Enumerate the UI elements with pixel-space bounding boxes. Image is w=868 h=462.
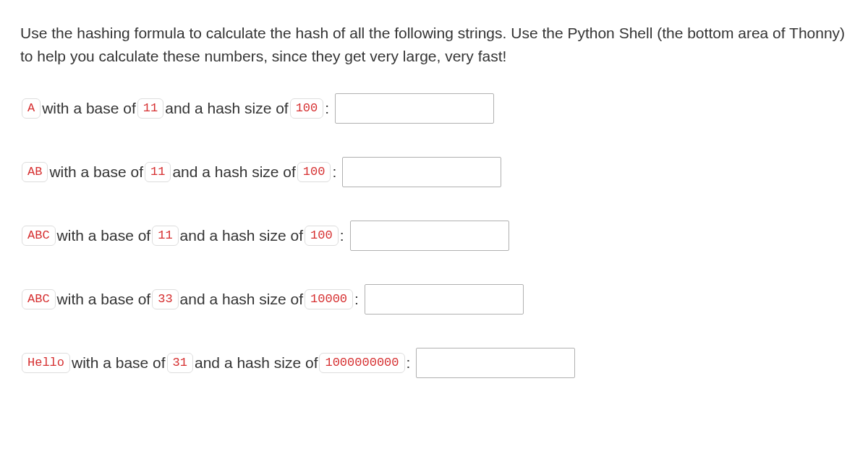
question-row: Hello with a base of 31 and a hash size …	[20, 348, 848, 378]
string-chip: AB	[22, 162, 48, 181]
label-and-hash: and a hash size of	[180, 288, 303, 311]
string-chip: A	[22, 98, 41, 118]
question-row: A with a base of 11 and a hash size of 1…	[20, 93, 848, 124]
label-with-base: with a base of	[49, 161, 143, 184]
label-with-base: with a base of	[57, 224, 151, 247]
label-colon: :	[325, 97, 329, 120]
hash-size-chip: 1000000000	[319, 353, 404, 372]
label-with-base: with a base of	[57, 288, 151, 311]
question-row: ABC with a base of 33 and a hash size of…	[20, 284, 848, 315]
label-colon: :	[332, 161, 336, 184]
label-and-hash: and a hash size of	[165, 97, 288, 120]
hash-size-chip: 100	[290, 98, 324, 118]
string-chip: ABC	[22, 289, 56, 309]
label-colon: :	[340, 224, 344, 247]
base-chip: 11	[137, 98, 163, 118]
answer-input[interactable]	[416, 348, 575, 378]
label-with-base: with a base of	[72, 351, 166, 375]
base-chip: 31	[167, 353, 193, 372]
hash-size-chip: 100	[297, 162, 331, 181]
answer-input[interactable]	[350, 221, 509, 251]
label-colon: :	[354, 288, 359, 311]
instructions-text: Use the hashing formula to calculate the…	[20, 22, 848, 67]
base-chip: 11	[145, 162, 171, 181]
question-row: ABC with a base of 11 and a hash size of…	[20, 221, 848, 251]
base-chip: 33	[152, 289, 178, 309]
question-row: AB with a base of 11 and a hash size of …	[20, 157, 848, 187]
string-chip: Hello	[22, 353, 70, 372]
label-colon: :	[407, 351, 411, 375]
string-chip: ABC	[22, 226, 56, 245]
label-and-hash: and a hash size of	[195, 351, 318, 375]
label-and-hash: and a hash size of	[180, 224, 303, 247]
hash-size-chip: 100	[305, 226, 339, 245]
answer-input[interactable]	[365, 284, 524, 315]
hash-size-chip: 10000	[305, 289, 353, 309]
answer-input[interactable]	[335, 93, 494, 124]
base-chip: 11	[152, 226, 178, 245]
label-with-base: with a base of	[42, 97, 136, 120]
answer-input[interactable]	[342, 157, 501, 187]
label-and-hash: and a hash size of	[172, 161, 295, 184]
